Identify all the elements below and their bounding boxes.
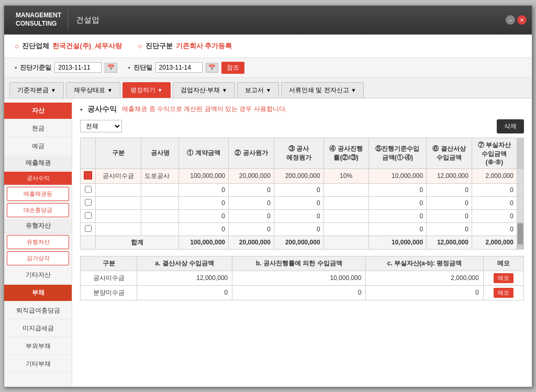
diagnosis-company: ○ 진단업체 한국건설(주)_세무사랑 bbox=[15, 41, 122, 51]
tab-base-capital[interactable]: 기준자본금 ▼ bbox=[9, 82, 64, 98]
row-est-cost: 200,000,000 bbox=[274, 169, 323, 183]
sidebar-item-other-liabilities[interactable]: 기타부채 bbox=[4, 356, 72, 373]
row-progress-revenue: 10,000,000 bbox=[368, 169, 427, 183]
checkbox-checked-icon[interactable] bbox=[84, 171, 92, 180]
delete-button[interactable]: 삭제 bbox=[497, 119, 524, 133]
row-checkbox[interactable] bbox=[85, 212, 92, 219]
sum-row1-a: 12,000,000 bbox=[137, 271, 232, 285]
chevron-down-icon: ▼ bbox=[158, 87, 163, 93]
tab-financial-statement[interactable]: 재무상태표 ▼ bbox=[66, 82, 120, 98]
main-table-container: 구분 공사명 ① 계약금액 ② 공사원가 ③ 공사예정원가 ④ 공사진행률(②/… bbox=[80, 138, 524, 250]
sidebar-section-receivables: 매출채권 bbox=[4, 156, 72, 171]
diag-date-input[interactable] bbox=[155, 62, 203, 73]
col-name: 공사명 bbox=[141, 138, 179, 169]
row-bad-asset: 2,000,000 bbox=[472, 169, 517, 183]
table-row: 000 000 bbox=[81, 222, 524, 236]
col-bad-asset: ⑦ 부실자산수입금액(⑥·⑤) bbox=[472, 138, 517, 169]
sidebar-item-construction-revenue[interactable]: 공사수익 bbox=[4, 172, 72, 185]
base-date-label: 진단기준일 bbox=[20, 63, 51, 72]
base-date-item: ▪ 진단기준일 📅 bbox=[15, 62, 117, 73]
ref-button[interactable]: 참조 bbox=[221, 62, 244, 74]
summary-row: 공사미수금 12,000,000 10,000,000 2,000,000 메모 bbox=[81, 271, 524, 285]
main-content: ▪ 공사수익 매출채권 중 수익으로 계산된 금액이 있는 경우 사용합니다. … bbox=[72, 98, 532, 387]
row-name: 도로공사 bbox=[141, 169, 179, 183]
content-area: 자산 현금 예금 매출채권 공사수익 매출채권등 대손충당금 유형자산 유형자산… bbox=[4, 98, 532, 387]
row-progress: 10% bbox=[323, 169, 368, 183]
section-note: 매출채권 중 수익으로 계산된 금액이 있는 경우 사용합니다. bbox=[122, 105, 287, 114]
chevron-down-icon: ▼ bbox=[51, 87, 56, 93]
col-progress-revenue: ⑤진행기준수입금액(①·④) bbox=[368, 138, 427, 169]
row-checkbox[interactable] bbox=[85, 225, 92, 232]
sidebar-item-liabilities-header[interactable]: 부채 bbox=[4, 285, 72, 301]
row-cost: 20,000,000 bbox=[229, 169, 274, 183]
diag-date-label: 진단일 bbox=[133, 63, 152, 72]
datebar: ▪ 진단기준일 📅 ▪ 진단일 📅 참조 bbox=[4, 58, 532, 78]
table-row: 000 000 bbox=[81, 183, 524, 196]
sidebar-item-assets[interactable]: 자산 bbox=[4, 103, 72, 119]
company-label: 진단업체 bbox=[22, 41, 49, 51]
tab-report[interactable]: 보고서 ▼ bbox=[237, 82, 279, 98]
chevron-down-icon: ▼ bbox=[222, 87, 227, 93]
sum-row2-memo-cell: 메모 bbox=[483, 285, 523, 300]
tab-assets-liabilities[interactable]: 검업자산·부채 ▼ bbox=[173, 82, 235, 98]
memo-button-2[interactable]: 메모 bbox=[494, 288, 513, 298]
base-date-input[interactable] bbox=[54, 62, 102, 73]
row-type: 공사미수금 bbox=[96, 169, 141, 183]
sum-row1-b: 10,000,000 bbox=[232, 271, 366, 285]
sidebar-item-unpaid-tax[interactable]: 미지급세금 bbox=[4, 320, 72, 337]
sum-col-c: c. 부실자산(a-b): 평정금액 bbox=[366, 256, 483, 271]
company-value: 한국건설(주)_세무사랑 bbox=[52, 41, 122, 51]
col-contract: ① 계약금액 bbox=[179, 138, 229, 169]
col-checkbox bbox=[81, 138, 96, 169]
sidebar-item-deposits[interactable]: 예금 bbox=[4, 138, 72, 155]
sum-row2-type: 분양미수금 bbox=[81, 285, 137, 300]
col-statement-revenue: ⑥ 결산서상수입금액 bbox=[427, 138, 472, 169]
sidebar-item-tangible-assets[interactable]: 유형자산 bbox=[7, 235, 69, 249]
window-controls: – ✕ bbox=[506, 15, 527, 25]
memo-button-1[interactable]: 메모 bbox=[494, 273, 513, 283]
table-row: 000 000 bbox=[81, 209, 524, 222]
summary-table: 구분 a. 결산서상 수입금액 b. 공사진행률에 의한 수입금액 c. 부실자… bbox=[80, 256, 524, 300]
row-checkbox[interactable] bbox=[85, 199, 92, 206]
sidebar-item-depreciation[interactable]: 감가상각 bbox=[7, 251, 69, 265]
section-name: 공사수익 bbox=[87, 105, 117, 114]
summary-row: 분양미수금 0 0 0 메모 bbox=[81, 285, 524, 300]
type-value: 기존회사 추가등록 bbox=[176, 41, 232, 51]
sidebar-item-allowance[interactable]: 대손충당금 bbox=[7, 203, 69, 217]
sidebar: 자산 현금 예금 매출채권 공사수익 매출채권등 대손충당금 유형자산 유형자산… bbox=[4, 98, 72, 387]
tab-rating[interactable]: 평정하기 ▼ bbox=[122, 82, 171, 98]
sum-row2-c: 0 bbox=[366, 285, 483, 300]
row-checkbox[interactable] bbox=[85, 186, 92, 193]
diag-date-calendar-icon[interactable]: 📅 bbox=[206, 63, 218, 73]
base-date-calendar-icon[interactable]: 📅 bbox=[105, 63, 117, 73]
minimize-button[interactable]: – bbox=[506, 15, 515, 25]
col-type: 구분 bbox=[96, 138, 141, 169]
filter-select[interactable]: 전체 bbox=[80, 120, 122, 132]
sum-row1-memo-cell: 메모 bbox=[483, 271, 523, 285]
table-toolbar: 전체 삭제 bbox=[80, 119, 524, 133]
col-progress: ④ 공사진행률(②/③) bbox=[323, 138, 368, 169]
sidebar-item-retirement[interactable]: 퇴직급여충당금 bbox=[4, 303, 72, 319]
titlebar: MANAGEMENT CONSULTING 건설업 – ✕ bbox=[4, 6, 532, 35]
sum-col-a: a. 결산서상 수입금액 bbox=[137, 256, 232, 271]
close-button[interactable]: ✕ bbox=[517, 15, 527, 25]
sidebar-section-tangible: 유형자산 bbox=[4, 219, 72, 233]
sum-row2-b: 0 bbox=[232, 285, 366, 300]
sum-row2-a: 0 bbox=[137, 285, 232, 300]
sidebar-item-cash[interactable]: 현금 bbox=[4, 120, 72, 137]
sum-col-b: b. 공사진행률에 의한 수입금액 bbox=[232, 256, 366, 271]
sum-col-memo: 메모 bbox=[483, 256, 523, 271]
row-checkbox-cell[interactable] bbox=[81, 169, 96, 183]
sidebar-item-receivables-etc[interactable]: 매출채권등 bbox=[7, 187, 69, 201]
tab-print-electronic[interactable]: 서류인쇄 및 전자신고 ▼ bbox=[281, 82, 364, 98]
app-window: MANAGEMENT CONSULTING 건설업 – ✕ ○ 진단업체 한국건… bbox=[4, 5, 532, 387]
type-label: 진단구분 bbox=[146, 41, 173, 51]
titlebar-subtitle: 건설업 bbox=[68, 15, 107, 25]
navtabs: 기준자본금 ▼ 재무상태표 ▼ 평정하기 ▼ 검업자산·부채 ▼ 보고서 ▼ 서… bbox=[4, 78, 532, 98]
sidebar-item-other-assets[interactable]: 기타자산 bbox=[4, 267, 72, 284]
chevron-down-icon: ▼ bbox=[107, 87, 113, 93]
col-scrollbar bbox=[517, 138, 524, 169]
infobar: ○ 진단업체 한국건설(주)_세무사랑 ○ 진단구분 기존회사 추가등록 bbox=[4, 35, 532, 58]
sidebar-item-off-balance-liabilities[interactable]: 부외부채 bbox=[4, 338, 72, 355]
main-table: 구분 공사명 ① 계약금액 ② 공사원가 ③ 공사예정원가 ④ 공사진행률(②/… bbox=[80, 138, 524, 250]
